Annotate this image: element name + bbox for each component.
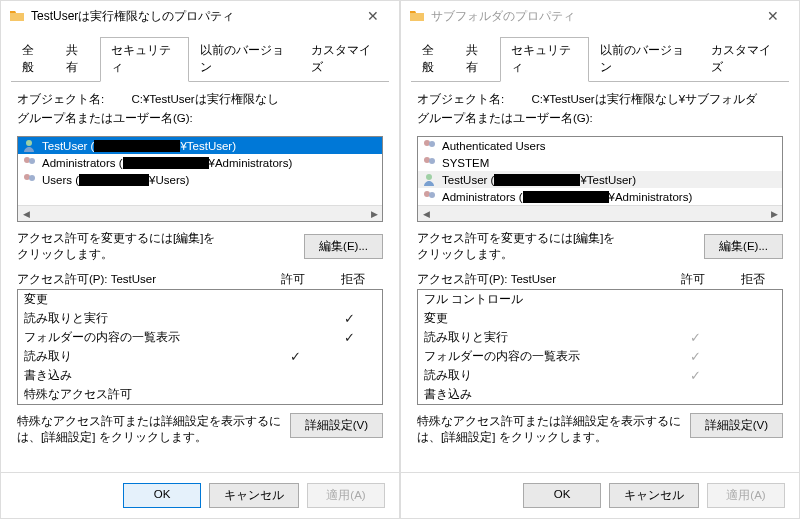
- edit-help-text: アクセス許可を変更するには[編集]を クリックします。: [417, 230, 704, 262]
- perm-row: 特殊なアクセス許可: [18, 385, 382, 404]
- perm-name: 読み取り: [24, 349, 268, 364]
- tab-share[interactable]: 共有: [55, 37, 99, 82]
- cancel-button[interactable]: キャンセル: [609, 483, 699, 508]
- list-item[interactable]: Administrators (¥Administrators): [418, 188, 782, 205]
- titlebar: サブフォルダのプロパティ ✕: [401, 1, 799, 31]
- apply-button[interactable]: 適用(A): [707, 483, 785, 508]
- tab-versions[interactable]: 以前のバージョン: [189, 37, 300, 82]
- advanced-help-text: 特殊なアクセス許可または詳細設定を表示するには、[詳細設定] をクリックします。: [17, 413, 290, 445]
- user-name-post: ¥Users): [149, 174, 189, 186]
- tab-security[interactable]: セキュリティ: [100, 37, 189, 82]
- ok-button[interactable]: OK: [523, 483, 601, 508]
- scroll-right-icon[interactable]: ▶: [366, 209, 382, 219]
- close-icon[interactable]: ✕: [353, 8, 393, 24]
- permissions-header: アクセス許可(P): TestUser 許可 拒否: [417, 272, 783, 287]
- user-icon: [422, 173, 438, 187]
- folder-icon: [409, 8, 425, 24]
- object-name-value: C:¥TestUserは実行権限なし: [131, 92, 278, 107]
- window-title: TestUserは実行権限なしのプロパティ: [31, 8, 353, 25]
- redacted: [94, 140, 180, 152]
- titlebar: TestUserは実行権限なしのプロパティ ✕: [1, 1, 399, 31]
- permissions-list[interactable]: 変更 読み取りと実行✓ フォルダーの内容の一覧表示✓ 読み取り✓ 書き込み 特殊…: [17, 289, 383, 405]
- svg-point-8: [429, 158, 435, 164]
- tab-security[interactable]: セキュリティ: [500, 37, 589, 82]
- tab-share[interactable]: 共有: [455, 37, 499, 82]
- perm-deny: ✓: [322, 330, 376, 345]
- list-item[interactable]: Users (¥Users): [18, 171, 382, 188]
- group-icon: [422, 139, 438, 153]
- tab-content: オブジェクト名: C:¥TestUserは実行権限なし グループ名またはユーザー…: [1, 82, 399, 472]
- user-list[interactable]: TestUser (¥TestUser) Administrators (¥Ad…: [17, 136, 383, 222]
- list-item[interactable]: Administrators (¥Administrators): [18, 154, 382, 171]
- perm-row: 読み取り✓: [18, 347, 382, 366]
- perm-name: 変更: [24, 292, 268, 307]
- folder-icon: [9, 8, 25, 24]
- group-icon: [422, 156, 438, 170]
- advanced-button[interactable]: 詳細設定(V): [290, 413, 383, 438]
- svg-point-0: [26, 140, 32, 146]
- edit-button[interactable]: 編集(E)...: [704, 234, 783, 259]
- user-name-pre: TestUser (: [442, 174, 494, 186]
- svg-point-10: [424, 191, 430, 197]
- user-name-post: ¥Administrators): [209, 157, 293, 169]
- scroll-left-icon[interactable]: ◀: [418, 209, 434, 219]
- permissions-header: アクセス許可(P): TestUser 許可 拒否: [17, 272, 383, 287]
- h-scrollbar[interactable]: ◀▶: [418, 205, 782, 221]
- perm-label: アクセス許可(P): TestUser: [417, 272, 663, 287]
- apply-button[interactable]: 適用(A): [307, 483, 385, 508]
- object-name-value: C:¥TestUserは実行権限なし¥サブフォルダ: [531, 92, 757, 107]
- edit-button[interactable]: 編集(E)...: [304, 234, 383, 259]
- edit-help-text: アクセス許可を変更するには[編集]を クリックします。: [17, 230, 304, 262]
- col-deny: 拒否: [723, 272, 783, 287]
- scroll-left-icon[interactable]: ◀: [18, 209, 34, 219]
- button-bar: OK キャンセル 適用(A): [401, 472, 799, 518]
- perm-name: 読み取りと実行: [424, 330, 668, 345]
- close-icon[interactable]: ✕: [753, 8, 793, 24]
- groups-label: グループ名またはユーザー名(G):: [417, 111, 783, 126]
- perm-row: フォルダーの内容の一覧表示✓: [18, 328, 382, 347]
- perm-row: 変更: [418, 309, 782, 328]
- h-scrollbar[interactable]: ◀▶: [18, 205, 382, 221]
- perm-row: フォルダーの内容の一覧表示✓: [418, 347, 782, 366]
- tab-customize[interactable]: カスタマイズ: [300, 37, 389, 82]
- advanced-row: 特殊なアクセス許可または詳細設定を表示するには、[詳細設定] をクリックします。…: [17, 413, 383, 445]
- list-item[interactable]: Authenticated Users: [418, 137, 782, 154]
- perm-allow: ✓: [668, 349, 722, 364]
- tab-versions[interactable]: 以前のバージョン: [589, 37, 700, 82]
- tab-general[interactable]: 全般: [11, 37, 55, 82]
- button-bar: OK キャンセル 適用(A): [1, 472, 399, 518]
- perm-allow: ✓: [668, 368, 722, 383]
- svg-point-5: [424, 140, 430, 146]
- user-list[interactable]: Authenticated Users SYSTEM TestUser (¥Te…: [417, 136, 783, 222]
- perm-name: 変更: [424, 311, 668, 326]
- user-name-pre: TestUser (: [42, 140, 94, 152]
- user-name-pre: Administrators (: [442, 191, 523, 203]
- svg-point-9: [426, 174, 432, 180]
- perm-name: 読み取り: [424, 368, 668, 383]
- user-name-pre: Authenticated Users: [442, 140, 546, 152]
- perm-row: 読み取り✓: [418, 366, 782, 385]
- scroll-right-icon[interactable]: ▶: [766, 209, 782, 219]
- perm-row: 読み取りと実行✓: [18, 309, 382, 328]
- list-item[interactable]: SYSTEM: [418, 154, 782, 171]
- svg-point-7: [424, 157, 430, 163]
- perm-row: 変更: [18, 290, 382, 309]
- tab-general[interactable]: 全般: [411, 37, 455, 82]
- user-name-post: ¥Administrators): [609, 191, 693, 203]
- cancel-button[interactable]: キャンセル: [209, 483, 299, 508]
- user-name-pre: Users (: [42, 174, 79, 186]
- list-item[interactable]: TestUser (¥TestUser): [418, 171, 782, 188]
- svg-point-2: [29, 158, 35, 164]
- object-name-row: オブジェクト名: C:¥TestUserは実行権限なし: [17, 92, 383, 107]
- col-allow: 許可: [263, 272, 323, 287]
- tab-customize[interactable]: カスタマイズ: [700, 37, 789, 82]
- group-icon: [422, 190, 438, 204]
- window-title: サブフォルダのプロパティ: [431, 8, 753, 25]
- permissions-list[interactable]: フル コントロール 変更 読み取りと実行✓ フォルダーの内容の一覧表示✓ 読み取…: [417, 289, 783, 405]
- redacted: [79, 174, 149, 186]
- tab-strip: 全般 共有 セキュリティ 以前のバージョン カスタマイズ: [401, 31, 799, 82]
- redacted: [494, 174, 580, 186]
- ok-button[interactable]: OK: [123, 483, 201, 508]
- list-item[interactable]: TestUser (¥TestUser): [18, 137, 382, 154]
- advanced-button[interactable]: 詳細設定(V): [690, 413, 783, 438]
